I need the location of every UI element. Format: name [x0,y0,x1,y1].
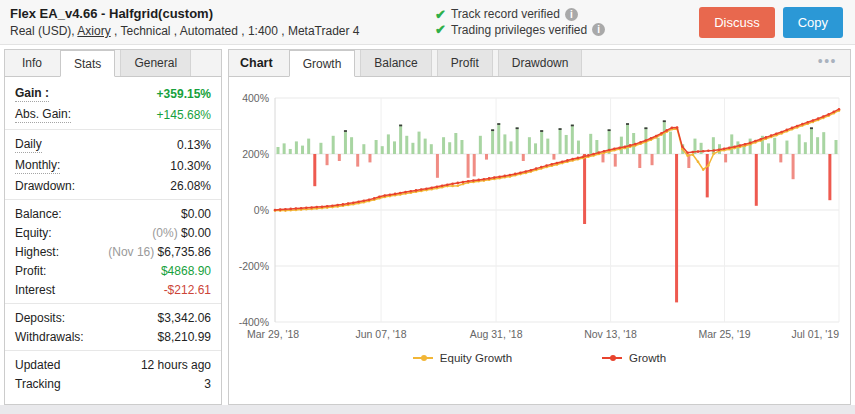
stat-label: Profit: [15,264,46,278]
verification-badges: ✔ Track record verified i ✔ Trading priv… [435,6,605,39]
discuss-button[interactable]: Discuss [699,7,775,38]
stat-row: Tracking3 [5,374,221,393]
tab-general[interactable]: General [120,50,191,76]
stat-label: Highest: [15,245,59,259]
chart-legend: Equity GrowthGrowth [229,346,850,368]
stats-sidebar: Info Stats General Gain :+359.15%Abs. Ga… [4,49,222,405]
legend-item-growth[interactable]: Growth [602,352,666,364]
trading-privileges-badge: ✔ Trading privileges verified i [435,23,605,37]
tab-growth[interactable]: Growth [289,50,356,77]
system-subtitle: Real (USD), Axiory , Technical , Automat… [10,24,435,38]
tab-stats[interactable]: Stats [60,50,115,77]
tab-info[interactable]: Info [9,50,55,76]
sidebar-tabs: Info Stats General [5,50,221,77]
chart-area: 400%200%0%-200%-400%Mar 29, '18Jun 07, '… [229,77,850,346]
svg-text:Mar 29, '18: Mar 29, '18 [247,328,299,340]
stat-row: Withdrawals:$8,210.99 [5,327,221,346]
svg-text:-200%: -200% [239,260,269,272]
system-title-block: Flex EA_v4.66 - Halfgrid(custom) Real (U… [10,6,435,38]
stat-row: Monthly:10.30% [5,155,221,176]
track-record-badge: ✔ Track record verified i [435,7,605,21]
stat-value: $4868.90 [161,264,211,278]
legend-label: Equity Growth [440,352,512,364]
page-footer-strip [0,405,855,414]
chart-section-label: Chart [229,50,284,76]
system-header: Flex EA_v4.66 - Halfgrid(custom) Real (U… [0,0,855,45]
stat-label: Updated [15,358,60,372]
stat-label: Withdrawals: [15,330,84,344]
stat-label: Abs. Gain: [15,107,71,123]
stat-value: +145.68% [157,108,211,122]
stat-row: Drawdown:26.08% [5,176,221,195]
stat-row: Updated12 hours ago [5,355,221,374]
svg-text:Aug 31, '18: Aug 31, '18 [470,328,523,340]
stat-row: Daily0.13% [5,134,221,155]
svg-text:-400%: -400% [239,316,269,328]
stat-label: Deposits: [15,311,65,325]
tab-profit[interactable]: Profit [437,50,493,76]
stat-value: -$212.61 [164,283,211,297]
svg-text:Mar 25, '19: Mar 25, '19 [698,328,750,340]
svg-text:Nov 13, '18: Nov 13, '18 [584,328,637,340]
stat-value: $0.00 [181,207,211,221]
stat-label: Drawdown: [15,179,75,193]
legend-marker-icon [602,357,622,359]
divider [5,303,221,304]
stat-row: Balance:$0.00 [5,204,221,223]
divider [5,129,221,130]
stat-value: (0%) $0.00 [152,226,211,240]
stat-label: Equity: [15,226,52,240]
stat-value: 12 hours ago [141,358,211,372]
svg-text:Jun 07, '18: Jun 07, '18 [356,328,407,340]
stat-row: Interest-$212.61 [5,280,221,299]
stat-label: Gain : [15,86,49,102]
divider [5,350,221,351]
svg-text:0%: 0% [254,204,269,216]
svg-text:400%: 400% [242,92,269,104]
system-title: Flex EA_v4.66 - Halfgrid(custom) [10,6,435,21]
track-record-label: Track record verified [451,7,560,21]
chart-card: Chart Growth Balance Profit Drawdown •••… [228,49,851,405]
check-icon: ✔ [435,23,446,36]
stat-row: Abs. Gain:+145.68% [5,104,221,125]
stat-label: Interest [15,283,55,297]
svg-text:200%: 200% [242,148,269,160]
divider [5,199,221,200]
stat-value: 10.30% [170,159,211,173]
stat-value-note: (Nov 16) [108,245,157,259]
stat-value: $8,210.99 [158,330,211,344]
stat-label: Balance: [15,207,62,221]
chart-tabs: Chart Growth Balance Profit Drawdown ••• [229,50,850,77]
legend-label: Growth [629,352,666,364]
legend-item-equity-growth[interactable]: Equity Growth [413,352,512,364]
stat-row: Equity:(0%) $0.00 [5,223,221,242]
stat-value: (Nov 16) $6,735.86 [108,245,211,259]
stat-value: 0.13% [177,138,211,152]
svg-text:Jul 01, '19: Jul 01, '19 [791,328,839,340]
trading-privileges-label: Trading privileges verified [451,23,587,37]
stat-row: Gain :+359.15% [5,83,221,104]
stats-body: Gain :+359.15%Abs. Gain:+145.68%Daily0.1… [5,77,221,393]
stat-row: Deposits:$3,342.06 [5,308,221,327]
stat-label: Monthly: [15,158,60,174]
chart-menu-button[interactable]: ••• [805,50,850,76]
stat-label: Tracking [15,377,61,391]
stat-row: Highest:(Nov 16) $6,735.86 [5,242,221,261]
header-actions: Discuss Copy [699,7,843,38]
stat-value: +359.15% [157,87,211,101]
stat-value: 26.08% [170,179,211,193]
legend-marker-icon [413,357,433,359]
tab-balance[interactable]: Balance [360,50,431,76]
stat-row: Profit:$4868.90 [5,261,221,280]
info-icon[interactable]: i [592,23,605,36]
tab-drawdown[interactable]: Drawdown [498,50,583,76]
broker-link[interactable]: Axiory [77,24,110,38]
account-type-label: Real (USD), [10,24,77,38]
stat-label: Daily [15,137,42,153]
copy-button[interactable]: Copy [783,7,843,38]
stat-value: $3,342.06 [158,311,211,325]
info-icon[interactable]: i [565,8,578,21]
growth-chart[interactable]: 400%200%0%-200%-400%Mar 29, '18Jun 07, '… [231,82,846,342]
stat-value-note: (0%) [152,226,181,240]
stat-value: 3 [204,377,211,391]
